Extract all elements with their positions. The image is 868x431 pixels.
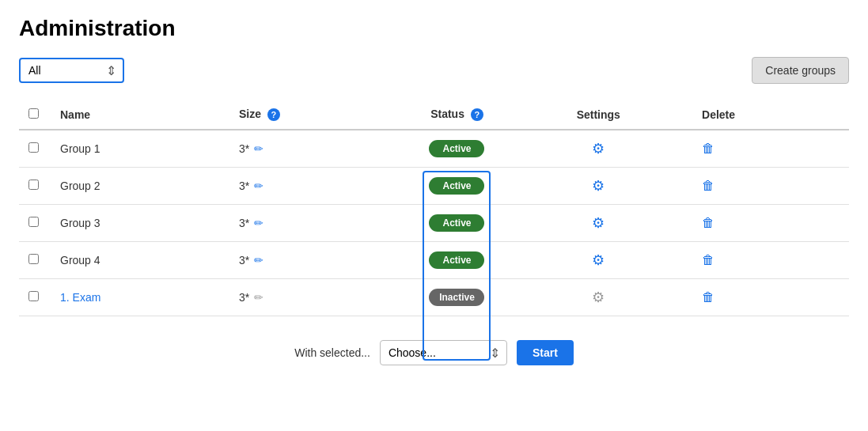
start-button[interactable]: Start bbox=[517, 340, 574, 365]
bottom-bar: With selected... Choose... ⇕ Start bbox=[19, 340, 849, 365]
row-status-cell: Active bbox=[409, 242, 504, 279]
table-header-row: Name Size ? Status ? Settings Delete bbox=[19, 100, 849, 130]
row-status-badge: Active bbox=[429, 251, 484, 269]
row-size-value: 3* bbox=[239, 291, 249, 304]
row-checkbox[interactable] bbox=[28, 217, 39, 227]
row-size-value: 3* bbox=[239, 254, 249, 267]
row-settings-icon[interactable]: ⚙ bbox=[592, 252, 605, 268]
row-edit-icon[interactable]: ✏ bbox=[254, 254, 263, 267]
row-delete-icon[interactable]: 🗑 bbox=[702, 216, 714, 229]
row-settings-icon[interactable]: ⚙ bbox=[592, 289, 605, 305]
row-delete-cell: 🗑 bbox=[692, 279, 849, 316]
table-row: Group 33*✏Active⚙🗑 bbox=[19, 205, 849, 242]
row-checkbox[interactable] bbox=[28, 291, 39, 301]
row-delete-icon[interactable]: 🗑 bbox=[702, 179, 714, 192]
table-row: Group 43*✏Active⚙🗑 bbox=[19, 242, 849, 279]
create-groups-button[interactable]: Create groups bbox=[752, 57, 849, 84]
table-row: Group 13*✏Active⚙🗑 bbox=[19, 130, 849, 168]
table-row: Group 23*✏Active⚙🗑 bbox=[19, 168, 849, 205]
row-size-cell: 3*✏ bbox=[229, 130, 410, 168]
row-name-cell: Group 4 bbox=[51, 242, 229, 279]
page-title: Administration bbox=[19, 16, 849, 41]
row-status-badge: Active bbox=[429, 177, 484, 195]
row-name-cell: 1. Exam bbox=[51, 279, 229, 316]
row-edit-icon[interactable]: ✏ bbox=[254, 291, 263, 304]
header-checkbox-col bbox=[19, 100, 51, 130]
toolbar: All Active Inactive ⇕ Create groups bbox=[19, 57, 849, 84]
row-checkbox[interactable] bbox=[28, 180, 39, 190]
row-checkbox-cell bbox=[19, 242, 51, 279]
header-size-col: Size ? bbox=[229, 100, 410, 130]
row-size-cell: 3*✏ bbox=[229, 168, 410, 205]
row-checkbox-cell bbox=[19, 279, 51, 316]
filter-select[interactable]: All Active Inactive bbox=[21, 59, 100, 81]
row-settings-cell: ⚙ bbox=[504, 242, 692, 279]
filter-select-arrow-icon: ⇕ bbox=[100, 63, 123, 78]
header-delete-col: Delete bbox=[692, 100, 849, 130]
row-size-cell: 3*✏ bbox=[229, 279, 410, 316]
row-status-cell: Active bbox=[409, 168, 504, 205]
choose-select-wrapper[interactable]: Choose... ⇕ bbox=[380, 340, 507, 365]
row-delete-cell: 🗑 bbox=[692, 205, 849, 242]
row-name-cell: Group 3 bbox=[51, 205, 229, 242]
header-status-col: Status ? bbox=[409, 100, 504, 130]
row-delete-icon[interactable]: 🗑 bbox=[702, 290, 714, 304]
row-checkbox-cell bbox=[19, 205, 51, 242]
row-delete-icon[interactable]: 🗑 bbox=[702, 142, 714, 155]
row-checkbox-cell bbox=[19, 130, 51, 168]
row-checkbox[interactable] bbox=[28, 142, 39, 153]
row-status-badge: Active bbox=[429, 140, 484, 157]
groups-table: Name Size ? Status ? Settings Delete Gro… bbox=[19, 100, 849, 316]
row-size-value: 3* bbox=[239, 142, 249, 155]
row-size-value: 3* bbox=[239, 217, 249, 229]
row-edit-icon[interactable]: ✏ bbox=[254, 180, 263, 192]
row-edit-icon[interactable]: ✏ bbox=[254, 217, 263, 229]
row-settings-icon[interactable]: ⚙ bbox=[592, 141, 605, 157]
row-settings-cell: ⚙ bbox=[504, 205, 692, 242]
row-name-cell: Group 2 bbox=[51, 168, 229, 205]
filter-select-wrapper[interactable]: All Active Inactive ⇕ bbox=[19, 58, 124, 83]
row-name-link[interactable]: 1. Exam bbox=[60, 291, 100, 304]
row-checkbox[interactable] bbox=[28, 254, 39, 264]
row-name-cell: Group 1 bbox=[51, 130, 229, 168]
row-settings-cell: ⚙ bbox=[504, 168, 692, 205]
row-settings-cell: ⚙ bbox=[504, 279, 692, 316]
size-help-icon[interactable]: ? bbox=[267, 108, 280, 121]
row-status-cell: Active bbox=[409, 130, 504, 168]
choose-select-arrow-icon: ⇕ bbox=[483, 346, 506, 361]
with-selected-label: With selected... bbox=[294, 346, 370, 359]
row-status-badge: Active bbox=[429, 214, 484, 232]
status-help-icon[interactable]: ? bbox=[471, 108, 483, 121]
row-delete-cell: 🗑 bbox=[692, 242, 849, 279]
row-status-cell: Active bbox=[409, 205, 504, 242]
row-delete-cell: 🗑 bbox=[692, 130, 849, 168]
choose-select[interactable]: Choose... bbox=[381, 341, 483, 365]
row-size-cell: 3*✏ bbox=[229, 205, 410, 242]
table-row: 1. Exam3*✏Inactive⚙🗑 bbox=[19, 279, 849, 316]
header-name-col: Name bbox=[51, 100, 229, 130]
select-all-checkbox[interactable] bbox=[28, 108, 39, 119]
row-settings-icon[interactable]: ⚙ bbox=[592, 215, 605, 231]
row-status-badge: Inactive bbox=[429, 289, 484, 306]
row-settings-icon[interactable]: ⚙ bbox=[592, 178, 605, 194]
row-status-cell: Inactive bbox=[409, 279, 504, 316]
row-checkbox-cell bbox=[19, 168, 51, 205]
row-delete-cell: 🗑 bbox=[692, 168, 849, 205]
row-size-cell: 3*✏ bbox=[229, 242, 410, 279]
row-size-value: 3* bbox=[239, 180, 249, 192]
row-edit-icon[interactable]: ✏ bbox=[254, 142, 263, 155]
row-settings-cell: ⚙ bbox=[504, 130, 692, 168]
header-settings-col: Settings bbox=[504, 100, 692, 130]
row-delete-icon[interactable]: 🗑 bbox=[702, 253, 714, 267]
